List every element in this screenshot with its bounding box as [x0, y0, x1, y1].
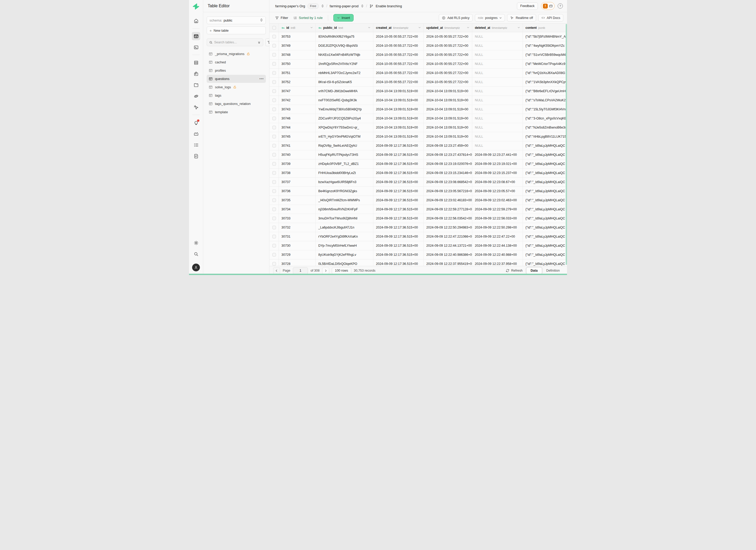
cell-public_id[interactable]: _La6pddxcKJIbgufATJ1n	[316, 223, 373, 232]
cell-public_id[interactable]: 1hnRQjxSRm2V0VticY2NF	[316, 59, 373, 68]
cell-content[interactable]: {"id":"5b7j5Pz9WHBNmY_A	[523, 32, 567, 41]
cell-deleted_at[interactable]: 2024-09-09 12:23:27.441+00	[472, 150, 523, 159]
cell-public_id[interactable]: zHDq4c0F0VBF_TL2_dBZ1	[316, 159, 373, 168]
help-icon[interactable]: ?	[558, 3, 563, 9]
cell-id[interactable]: 30748	[279, 50, 316, 59]
cell-updated_at[interactable]: 2024-09-09 12:22:37.955419+00	[424, 259, 472, 266]
schema-select[interactable]: schema: public	[207, 16, 266, 24]
realtime-icon[interactable]	[192, 92, 200, 100]
cell-public_id[interactable]: bzwXazHgax6UIR58j6Fn3	[316, 178, 373, 186]
cell-public_id[interactable]: nxFT002ISeRE-Qobg3K3k	[316, 96, 373, 105]
cell-public_id[interactable]: XPQwDIqY6Y75SwDnU-qr_	[316, 123, 373, 132]
add-rls-policy-button[interactable]: Add RLS policy	[439, 14, 473, 22]
insert-button[interactable]: Insert	[333, 14, 354, 22]
tab-data[interactable]: Data	[526, 267, 542, 274]
cell-public_id[interactable]: _I40sQIRTmMZfcm-MWMPs	[316, 196, 373, 205]
column-menu-icon[interactable]	[467, 26, 469, 30]
column-header-deleted_at[interactable]: deleted_attimestamptz	[472, 24, 523, 32]
cell-content[interactable]: {"id":"S1vrVC5BrB59wqcM4	[523, 50, 567, 59]
column-header-updated_at[interactable]: updated_attimestamptz	[424, 24, 472, 32]
cell-content[interactable]: {"id":"_Id9aLyJpMHQLaiQC	[523, 187, 567, 196]
enable-branching-button[interactable]: Enable branching	[376, 4, 402, 8]
cell-updated_at[interactable]: 2024-10-04 13:09:01.519+00	[424, 114, 472, 123]
column-header-id[interactable]: idint8	[279, 24, 316, 32]
cell-id[interactable]: 30738	[279, 169, 316, 177]
cell-content[interactable]: {"id":"3-O8cn_xPgs0cVxqKE	[523, 114, 567, 123]
table-editor-icon[interactable]	[192, 32, 200, 40]
cell-created_at[interactable]: 2024-09-09 12:17:36.515+00	[373, 159, 424, 168]
cell-public_id[interactable]: nj336mN5reuRVNZrKHFpF	[316, 205, 373, 214]
cell-updated_at[interactable]: 2024-09-09 12:23:05.567216+00	[424, 187, 472, 196]
cell-id[interactable]: 30736	[279, 187, 316, 196]
cell-id[interactable]: 30732	[279, 223, 316, 232]
cell-content[interactable]: {"id":"MeWCriorTPopA4Kc9	[523, 59, 567, 68]
cell-content[interactable]: {"id":"15LSIyT0JGMf3KI4Vn	[523, 105, 567, 114]
cell-created_at[interactable]: 2024-10-05 00:55:27.722+00	[373, 78, 424, 86]
cell-deleted_at[interactable]: 2024-09-09 12:22:37.958+00	[472, 259, 523, 266]
cell-deleted_at[interactable]: 2024-09-09 12:22:40.988+00	[472, 250, 523, 259]
cell-deleted_at[interactable]: 2024-09-09 12:22:50.298+00	[472, 223, 523, 232]
cell-content[interactable]: {"id":"1VASb3phnXXkQPCpv	[523, 78, 567, 86]
cell-content[interactable]: {"id":"4wyNgK55lOfrpmYZc	[523, 41, 567, 50]
cell-content[interactable]: {"id":"_Id9aLyJpMHQLaiQC	[523, 232, 567, 241]
sidebar-item-solve_logs[interactable]: solve_logs	[207, 83, 266, 91]
row-checkbox[interactable]	[272, 98, 276, 102]
row-checkbox[interactable]	[272, 244, 276, 247]
feedback-button[interactable]: Feedback	[517, 2, 538, 10]
cell-public_id[interactable]: 0L5BAfDaLDI5rQOiqeKPO	[316, 259, 373, 266]
cell-public_id[interactable]: rYbORF2e4YgDt9fKAXaKn	[316, 232, 373, 241]
cell-id[interactable]: 30746	[279, 114, 316, 123]
cell-id[interactable]: 30751	[279, 69, 316, 77]
cell-created_at[interactable]: 2024-09-09 12:17:36.515+00	[373, 178, 424, 186]
sql-editor-icon[interactable]	[192, 43, 200, 51]
cell-id[interactable]: 30745	[279, 132, 316, 141]
cell-deleted_at[interactable]: 2024-09-09 12:23:02.463+00	[472, 196, 523, 205]
cell-deleted_at[interactable]: NULL	[472, 141, 523, 150]
supabase-logo-icon[interactable]	[193, 3, 199, 10]
row-checkbox[interactable]	[272, 253, 276, 257]
row-checkbox[interactable]	[272, 235, 276, 238]
notifications-button[interactable]: !	[541, 2, 555, 10]
sidebar-item-tags[interactable]: tags	[207, 91, 266, 99]
cell-id[interactable]: 30728	[279, 259, 316, 266]
cell-content[interactable]: {"id":"_Id9aLyJpMHQLaiQC	[523, 141, 567, 150]
cell-content[interactable]: {"id":"B6tr6eEFLrOVgeUmH	[523, 87, 567, 96]
cell-updated_at[interactable]: 2024-10-04 13:09:01.519+00	[424, 105, 472, 114]
cell-created_at[interactable]: 2024-10-05 00:55:27.722+00	[373, 32, 424, 41]
cell-deleted_at[interactable]: 2024-09-09 12:23:08.67+00	[472, 178, 523, 186]
cell-updated_at[interactable]: 2024-09-09 12:23:19.020076+00	[424, 159, 472, 168]
cell-id[interactable]: 30731	[279, 232, 316, 241]
auth-icon[interactable]	[192, 70, 200, 78]
cell-created_at[interactable]: 2024-10-04 13:09:01.519+00	[373, 105, 424, 114]
cell-id[interactable]: 30733	[279, 214, 316, 223]
sidebar-item-questions[interactable]: questions•••	[207, 75, 266, 83]
cell-id[interactable]: 30743	[279, 105, 316, 114]
cell-content[interactable]: {"id":"fvrQ1bXoJ6XaAD08G	[523, 69, 567, 77]
plan-badge[interactable]: Free	[307, 3, 319, 9]
sidebar-item-cached[interactable]: cached	[207, 58, 266, 66]
cell-created_at[interactable]: 2024-09-09 12:17:36.515+00	[373, 223, 424, 232]
sidebar-item-_prisma_migrations[interactable]: _prisma_migrations	[207, 50, 266, 58]
storage-icon[interactable]	[192, 81, 200, 89]
cell-public_id[interactable]: H5uqFKpRUTPkjxdysT3HS	[316, 150, 373, 159]
cell-deleted_at[interactable]: 2024-09-09 12:23:19.021+00	[472, 159, 523, 168]
cell-created_at[interactable]: 2024-09-09 12:17:36.515+00	[373, 259, 424, 266]
advisors-icon[interactable]	[192, 118, 200, 127]
cell-public_id[interactable]: 3muDHTceTWso9IZj8hHNI	[316, 214, 373, 223]
cell-updated_at[interactable]: 2024-09-09 12:23:27.459+00	[424, 141, 472, 150]
cell-created_at[interactable]: 2024-10-04 13:09:01.519+00	[373, 123, 424, 132]
cell-deleted_at[interactable]: 2024-09-09 12:23:15.237+00	[472, 169, 523, 177]
cell-updated_at[interactable]: 2024-09-09 12:22:50.294983+00	[424, 223, 472, 232]
next-page-button[interactable]	[322, 267, 329, 274]
cell-updated_at[interactable]: 2024-10-05 00:55:27.722+00	[424, 32, 472, 41]
row-checkbox[interactable]	[272, 62, 276, 66]
cell-updated_at[interactable]: 2024-09-09 12:23:08.668542+00	[424, 178, 472, 186]
cell-created_at[interactable]: 2024-10-05 00:55:27.722+00	[373, 50, 424, 59]
cell-deleted_at[interactable]: NULL	[472, 50, 523, 59]
cell-content[interactable]: {"id":"sTsWaLCPsVA2WuK2	[523, 96, 567, 105]
row-checkbox[interactable]	[272, 71, 276, 75]
sidebar-item-profiles[interactable]: profiles	[207, 66, 266, 75]
cell-public_id[interactable]: Be4KignzoK9YRGNI3Zgks	[316, 187, 373, 196]
cell-deleted_at[interactable]: NULL	[472, 123, 523, 132]
org-name[interactable]: farming-paper's Org	[275, 4, 305, 8]
